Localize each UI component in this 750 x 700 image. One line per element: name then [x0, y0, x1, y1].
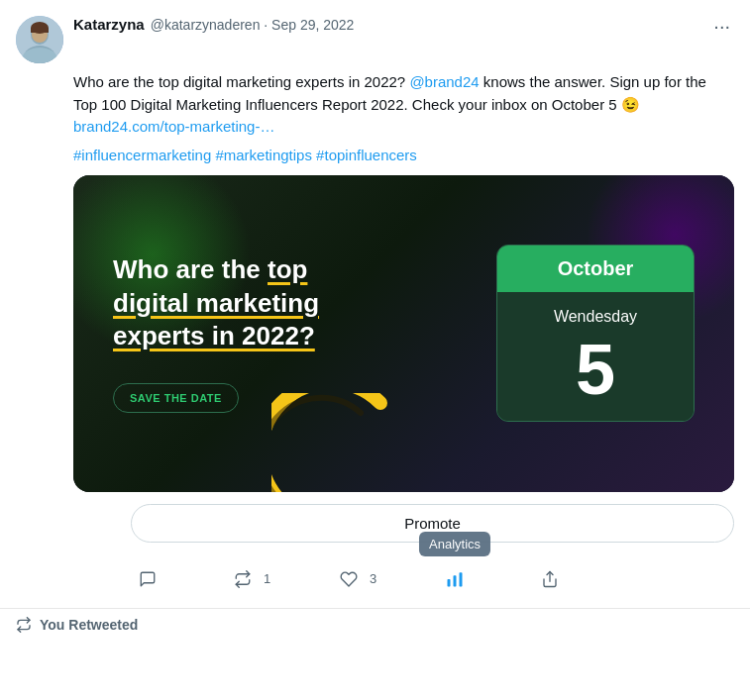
retweet-count: 1: [264, 571, 270, 586]
share-icon: [541, 570, 559, 588]
tweet-header-left: Katarzyna @katarzynaderen · Sep 29, 2022: [16, 16, 354, 63]
card-title-line2: digital marketing: [113, 288, 319, 318]
card-title-line3: experts in 2022?: [113, 321, 315, 350]
user-name-row: Katarzyna @katarzynaderen · Sep 29, 2022: [73, 16, 354, 33]
reply-action[interactable]: [131, 562, 164, 596]
svg-rect-8: [454, 575, 457, 586]
tweet-text: Who are the top digital marketing expert…: [73, 71, 734, 139]
tweet-header: Katarzyna @katarzynaderen · Sep 29, 2022…: [16, 16, 734, 63]
calendar-day-number: 5: [513, 334, 678, 405]
more-options-button[interactable]: ···: [709, 16, 734, 36]
tweet-container: Katarzyna @katarzynaderen · Sep 29, 2022…: [0, 0, 750, 609]
reply-icon: [139, 570, 157, 588]
display-name[interactable]: Katarzyna: [73, 16, 145, 33]
hashtags[interactable]: #influencermarketing #marketingtips #top…: [73, 147, 734, 163]
calendar-widget: October Wendesday 5: [496, 245, 695, 422]
card-right: October Wendesday 5: [496, 245, 695, 422]
avatar[interactable]: [16, 16, 63, 63]
share-icon-wrapper: [533, 562, 567, 596]
tweet-date: · Sep 29, 2022: [264, 17, 354, 33]
svg-rect-9: [460, 572, 463, 586]
tweet-card: Who are the top digital marketing expert…: [73, 175, 734, 492]
svg-rect-6: [31, 28, 49, 33]
analytics-tooltip: Analytics: [419, 532, 490, 556]
calendar-day-name: Wendesday: [513, 308, 678, 326]
like-count: 3: [370, 571, 376, 586]
retweet-notice: You Retweeted: [0, 609, 750, 641]
card-content: Who are the top digital marketing expert…: [73, 175, 734, 492]
tweet-text-part1: Who are the top digital marketing expert…: [73, 73, 409, 90]
card-title: Who are the top digital marketing expert…: [113, 253, 390, 353]
calendar-header: October: [497, 246, 694, 292]
mention-brand24[interactable]: @brand24: [409, 73, 479, 90]
like-icon-wrapper: [332, 562, 366, 596]
analytics-icon: [446, 570, 464, 588]
retweet-action[interactable]: 1: [226, 562, 270, 596]
retweet-icon: [234, 570, 252, 588]
handle[interactable]: @katarzynaderen: [151, 17, 261, 33]
retweet-icon-wrapper: [226, 562, 260, 596]
retweet-notice-icon: [16, 617, 32, 633]
heart-icon: [340, 570, 358, 588]
analytics-action[interactable]: Analytics: [438, 562, 472, 596]
save-the-date-button[interactable]: SAVE THE DATE: [113, 383, 239, 413]
tweet-link[interactable]: brand24.com/top-marketing-…: [73, 118, 274, 135]
retweet-notice-text: You Retweeted: [40, 617, 138, 633]
reply-icon-wrapper: [131, 562, 164, 596]
tweet-actions: 1 3 Anal: [131, 554, 567, 608]
card-left: Who are the top digital marketing expert…: [113, 253, 390, 413]
user-info: Katarzyna @katarzynaderen · Sep 29, 2022: [73, 16, 354, 33]
calendar-body: Wendesday 5: [497, 292, 694, 421]
like-action[interactable]: 3: [332, 562, 376, 596]
tweet-body: Who are the top digital marketing expert…: [73, 71, 734, 608]
svg-rect-7: [448, 579, 451, 587]
calendar-month: October: [509, 257, 682, 280]
card-title-line1: Who are the top: [113, 254, 307, 284]
share-action[interactable]: [533, 562, 567, 596]
handle-date: @katarzynaderen · Sep 29, 2022: [151, 17, 355, 33]
analytics-icon-wrapper: [438, 562, 472, 596]
